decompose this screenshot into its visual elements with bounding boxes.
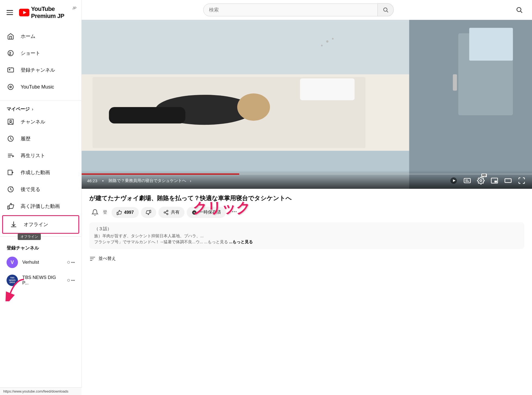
sidebar-item-history[interactable]: 履歴 — [0, 130, 81, 147]
sidebar-item-home[interactable]: ホーム — [0, 28, 81, 45]
sidebar: YouTube Premium JP JP ホーム ショート — [0, 0, 82, 395]
save-label: 一時保存済 — [199, 209, 221, 215]
mypage-section[interactable]: マイページ › — [0, 103, 81, 113]
save-button[interactable]: 一時保存済 — [187, 207, 226, 218]
svg-rect-49 — [505, 179, 511, 183]
sidebar-item-shorts-label: ショート — [21, 50, 40, 56]
search-box — [203, 3, 394, 16]
subscribe-bell-button[interactable] — [89, 207, 101, 218]
topbar-search-icon — [516, 6, 523, 13]
sidebar-item-subscriptions[interactable]: 登録チャンネル — [0, 62, 81, 78]
hamburger-button[interactable] — [5, 8, 15, 17]
channel-verhulst[interactable]: V Verhulst ••• — [0, 253, 81, 271]
channel-verhulst-avatar: V — [7, 257, 18, 268]
sidebar-item-shorts[interactable]: ショート — [0, 45, 81, 62]
svg-rect-3 — [8, 68, 14, 72]
sidebar-item-subscriptions-label: 登録チャンネル — [21, 67, 55, 73]
video-chevron-label[interactable]: › — [190, 178, 191, 183]
more-link[interactable]: ...もっと見る — [229, 239, 253, 244]
subscriptions-icon — [7, 66, 15, 74]
main-nav: ホーム ショート 登録チャンネル — [0, 25, 81, 98]
video-description: （３話） 族）羊肉が旨すぎ、タシケント抑留日本人墓地、ブハラ、... フラシャブ… — [89, 222, 524, 249]
svg-point-40 — [321, 45, 323, 46]
sidebar-item-home-label: ホーム — [21, 33, 35, 40]
svg-rect-4 — [9, 69, 10, 70]
desc-line2: フラシャブ号」でサマルカンドへ！→猛暑で体調不良...ウ... ...もっと見る… — [94, 239, 519, 245]
video-thumbnail — [82, 20, 532, 189]
svg-point-46 — [480, 180, 482, 182]
sidebar-item-youtube-music[interactable]: YouTube Music — [0, 78, 81, 95]
channel-tbs[interactable]: TBSNEWSDIGS TBS NEWS DIG P... ••• — [0, 271, 81, 289]
video-time: 46:23 — [87, 178, 97, 183]
subscriptions-section-label: 登録チャンネル — [0, 242, 81, 253]
channel-icon — [7, 118, 15, 126]
share-icon — [163, 210, 169, 215]
title-area: が建てたナヴォイ劇場、賄賂を払って？快適な車掌用寝台でタシケントへ クリック — [89, 194, 524, 203]
svg-point-23 — [517, 7, 521, 11]
share-button[interactable]: 共有 — [158, 207, 184, 218]
dislike-icon — [146, 210, 151, 215]
more-icon — [231, 209, 237, 215]
theater-button[interactable] — [503, 176, 513, 186]
video-player[interactable]: 46:23 • 賄賂で？乗務員用の寝台でタシュケントへ › HD — [82, 20, 532, 189]
sidebar-item-offline[interactable]: オフライン オフライン — [2, 215, 79, 234]
sidebar-item-created[interactable]: 作成した動画 — [0, 164, 81, 181]
sort-label[interactable]: 並べ替え — [99, 256, 116, 262]
svg-rect-43 — [464, 178, 470, 183]
sidebar-item-channel[interactable]: チャンネル — [0, 113, 81, 130]
bell-icon — [91, 209, 99, 216]
topbar-search-icon-button[interactable] — [513, 4, 525, 16]
main-content: 46:23 • 賄賂で？乗務員用の寝台でタシュケントへ › HD — [82, 0, 532, 395]
svg-point-9 — [10, 120, 12, 122]
channel-tbs-name: TBS NEWS DIG P... — [22, 275, 63, 286]
svg-rect-50 — [117, 212, 118, 215]
svg-point-21 — [383, 8, 387, 11]
sidebar-item-watch-later-label: 後で見る — [21, 186, 40, 193]
logo-area: YouTube Premium JP JP — [19, 5, 76, 20]
fullscreen-button[interactable] — [517, 176, 527, 186]
mypage-label: マイページ — [7, 106, 30, 112]
subscriptions-section: 登録チャンネル V Verhulst ••• TBSNEWSDIGS TBS N… — [0, 239, 81, 292]
play-button[interactable] — [449, 176, 459, 186]
video-controls: 46:23 • 賄賂で？乗務員用の寝台でタシュケントへ › HD — [82, 170, 532, 189]
svg-line-55 — [165, 213, 167, 214]
svg-point-31 — [237, 93, 270, 121]
svg-line-22 — [387, 11, 388, 12]
sidebar-item-liked[interactable]: 高く評価した動画 — [0, 198, 81, 215]
sidebar-item-playlist[interactable]: 再生リスト — [0, 147, 81, 164]
svg-marker-16 — [12, 171, 13, 174]
playlist-icon — [7, 151, 15, 160]
live-dot-icon — [67, 261, 70, 264]
search-button[interactable] — [378, 3, 394, 16]
sidebar-item-youtube-music-label: YouTube Music — [21, 84, 54, 90]
search-input[interactable] — [203, 4, 378, 16]
jp-badge: JP — [72, 6, 76, 10]
dislike-button[interactable] — [141, 207, 156, 218]
sidebar-item-watch-later[interactable]: 後で見る — [0, 181, 81, 198]
channel-tbs-avatar: TBSNEWSDIGS — [7, 275, 18, 286]
channel-verhulst-live: ••• — [67, 260, 75, 265]
share-label: 共有 — [171, 209, 180, 215]
more-options-button[interactable] — [228, 206, 241, 218]
video-actions: 登 4997 — [89, 206, 524, 218]
svg-point-7 — [10, 87, 11, 87]
svg-rect-15 — [8, 170, 12, 175]
like-count: 4997 — [124, 210, 134, 215]
like-icon — [116, 210, 122, 215]
youtube-logo — [19, 9, 29, 16]
miniplayer-button[interactable] — [490, 176, 499, 186]
liked-icon — [7, 202, 15, 210]
svg-point-58 — [232, 211, 233, 212]
play-icon — [450, 177, 457, 184]
premium-label: YouTube Premium JP — [31, 5, 71, 20]
subtitles-button[interactable] — [462, 176, 472, 186]
fullscreen-icon — [518, 177, 525, 184]
settings-button[interactable]: HD — [476, 176, 486, 186]
history-icon — [7, 135, 15, 143]
like-button[interactable]: 4997 — [112, 207, 139, 218]
sidebar-item-history-label: 履歴 — [21, 135, 30, 142]
svg-point-54 — [167, 213, 168, 215]
desc-episode: （３話） — [94, 226, 519, 232]
channel-verhulst-name: Verhulst — [22, 260, 63, 265]
svg-rect-18 — [8, 206, 9, 209]
